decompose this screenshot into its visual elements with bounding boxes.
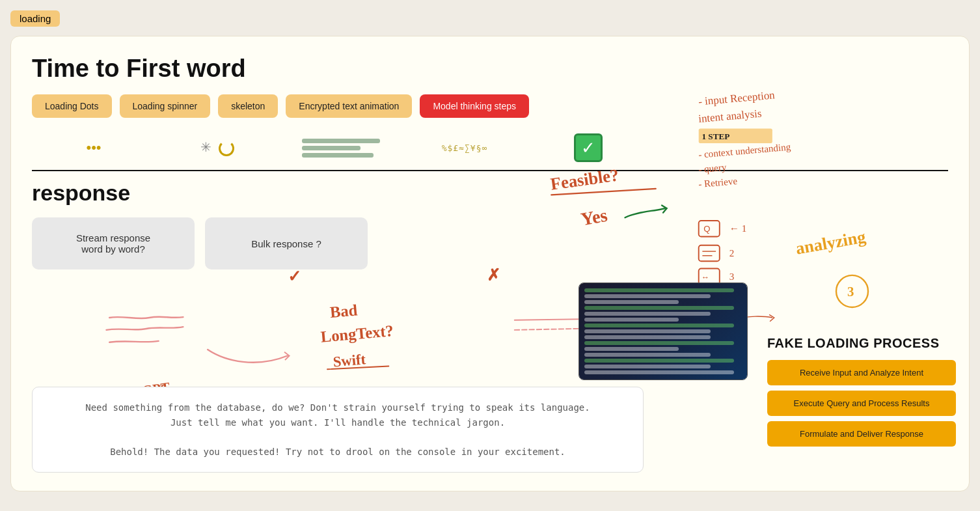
fake-loading-btn-1[interactable]: Receive Input and Analyze Intent [767,360,956,385]
textarea-line4: Behold! The data you requested! Try not … [51,445,625,459]
response-title: response [32,180,948,206]
fake-loading-title: FAKE LOADING PROCESS [767,336,956,351]
response-textarea: Need something from the database, do we?… [32,387,644,473]
svg-text:Swift: Swift [333,351,367,370]
tab-loading-dots[interactable]: Loading Dots [32,94,112,118]
loading-dots-icon: ••• [86,143,101,154]
icons-row: ••• ✳ %$£≈∑¥§∞ ✓ [32,128,948,165]
loading-spinner-icon-cell: ✳ [156,134,279,159]
tab-skeleton[interactable]: skeleton [218,94,278,118]
svg-text:✓: ✓ [288,268,301,285]
encrypted-text-icon-cell: %$£≈∑¥§∞ [403,137,526,156]
bulk-response-card[interactable]: Bulk response ? [205,217,368,269]
model-thinking-icon-cell: ✓ [526,128,650,165]
svg-line-34 [327,366,388,370]
page-title: Time to First word [32,55,948,83]
main-card: - input Reception intent analysis 1 STEP… [10,36,970,491]
loading-dots-icon-cell: ••• [32,134,156,159]
fake-loading-btn-3[interactable]: Formulate and Deliver Response [767,421,956,447]
tabs-row: Loading Dots Loading spinner skeleton En… [32,94,948,118]
svg-text:LongText?: LongText? [320,322,394,346]
encrypted-text-icon: %$£≈∑¥§∞ [442,143,488,153]
green-checkbox-icon: ✓ [574,133,603,162]
textarea-line2: Just tell me what you want. I'll handle … [51,415,625,430]
loading-badge: loading [10,10,60,27]
stream-response-label: Stream response word by word? [76,232,150,255]
spinner-icon: ✳ [200,140,211,154]
spinner-wheel [219,141,234,156]
svg-text:Bad: Bad [329,301,359,321]
svg-text:3: 3 [729,271,735,282]
bulk-response-label: Bulk response ? [251,238,321,249]
response-cards-row: Stream response word by word? Bulk respo… [32,217,948,269]
fake-loading-section: FAKE LOADING PROCESS Receive Input and A… [767,336,956,452]
tab-model-thinking[interactable]: Model thinking steps [420,94,529,118]
section-divider [32,170,948,171]
fake-loading-btn-2[interactable]: Execute Query and Process Results [767,391,956,416]
skeleton-icon-cell [279,133,403,160]
textarea-line1: Need something from the database, do we?… [51,400,625,415]
svg-text:3: 3 [847,284,854,299]
screenshot-thumbnail [578,283,748,380]
stream-response-card[interactable]: Stream response word by word? [32,217,195,269]
tab-encrypted-text[interactable]: Encrypted text animation [286,94,412,118]
svg-point-27 [836,275,868,307]
tab-loading-spinner[interactable]: Loading spinner [120,94,211,118]
skeleton-icon [302,139,380,158]
svg-text:↔: ↔ [701,273,709,282]
